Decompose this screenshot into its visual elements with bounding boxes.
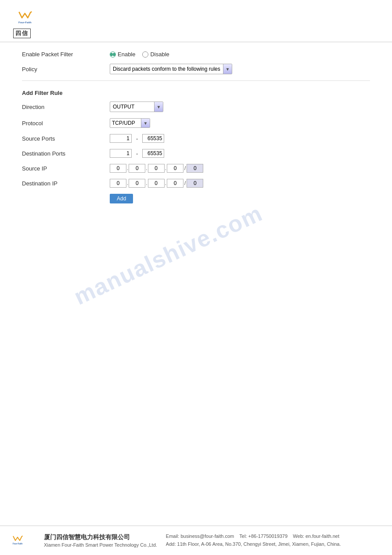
- radio-group: Enable Disable: [110, 51, 169, 58]
- svg-point-0: [31, 11, 32, 13]
- source-ip-octet4[interactable]: [167, 164, 183, 173]
- source-ip-octet3[interactable]: [148, 164, 165, 173]
- destination-ip-octet3[interactable]: [148, 179, 165, 188]
- footer-tel: +86-17750019379: [248, 533, 288, 539]
- policy-select-arrow: ▼: [223, 64, 232, 74]
- svg-text:Four-Faith: Four-Faith: [18, 21, 32, 24]
- protocol-row: Protocol TCP/UDPTCPUDPICMP ▼: [22, 118, 370, 128]
- policy-label: Policy: [22, 66, 110, 73]
- protocol-label: Protocol: [22, 120, 110, 127]
- enable-packet-filter-label: Enable Packet Filter: [22, 51, 110, 58]
- source-ip-slash: /: [183, 165, 187, 171]
- direction-control: OUTPUTINPUTFORWARD ▼: [110, 102, 163, 112]
- policy-row: Policy Discard packets conform to the fo…: [22, 64, 370, 74]
- source-ports-from[interactable]: [110, 134, 132, 143]
- footer-logo: Four-Faith: [9, 532, 35, 549]
- protocol-select[interactable]: TCP/UDPTCPUDPICMP: [110, 119, 141, 127]
- source-ports-to[interactable]: [142, 134, 164, 143]
- footer-web: en.four-faith.net: [306, 533, 339, 539]
- destination-ports-dash: -: [136, 150, 138, 157]
- footer-company-cn: 厦门四信智慧电力科技有限公司: [44, 533, 157, 541]
- destination-ip-control: . . . /: [110, 179, 203, 188]
- source-ports-control: -: [110, 134, 164, 143]
- direction-select-arrow: ▼: [154, 102, 163, 112]
- footer: Four-Faith 厦门四信智慧电力科技有限公司 Xiamen Four-Fa…: [0, 526, 392, 555]
- footer-address: 11th Floor, A-06 Area, No.370, Chengyi S…: [177, 541, 341, 547]
- footer-company-en: Xiamen Four-Faith Smart Power Technology…: [44, 542, 157, 548]
- direction-select[interactable]: OUTPUTINPUTFORWARD: [110, 102, 154, 111]
- add-button[interactable]: Add: [110, 194, 133, 203]
- source-ip-inputs: . . . /: [110, 164, 203, 173]
- add-button-row: Add: [22, 194, 370, 203]
- divider: [22, 80, 370, 81]
- destination-ip-octet4[interactable]: [167, 179, 183, 188]
- source-ports-dash: -: [136, 135, 138, 142]
- source-ip-row: Source IP . . . /: [22, 164, 370, 173]
- source-ip-octet1[interactable]: [110, 164, 126, 173]
- footer-contact: Email: business@four-faith.com Tel: +86-…: [166, 533, 341, 548]
- header: Four-Faith 四信: [0, 0, 392, 42]
- policy-select[interactable]: Discard packets conform to the following…: [110, 65, 223, 73]
- source-ports-label: Source Ports: [22, 135, 110, 142]
- footer-address-line: Add: 11th Floor, A-06 Area, No.370, Chen…: [166, 540, 341, 548]
- destination-ip-slash: /: [183, 180, 187, 186]
- policy-select-wrapper[interactable]: Discard packets conform to the following…: [110, 64, 232, 74]
- source-ports-row: Source Ports -: [22, 134, 370, 143]
- destination-ports-label: Destination Ports: [22, 150, 110, 157]
- disable-radio-label: Disable: [150, 51, 169, 58]
- direction-label: Direction: [22, 104, 110, 110]
- destination-ip-row: Destination IP . . . /: [22, 179, 370, 188]
- disable-radio-circle: [142, 51, 148, 58]
- four-faith-logo: Four-Faith: [13, 8, 48, 28]
- footer-email-line: Email: business@four-faith.com Tel: +86-…: [166, 533, 341, 540]
- svg-text:Four-Faith: Four-Faith: [13, 543, 22, 545]
- destination-ports-control: -: [110, 149, 164, 158]
- destination-ports-to[interactable]: [142, 149, 164, 158]
- destination-ports-from[interactable]: [110, 149, 132, 158]
- main-content: Enable Packet Filter Enable Disable Poli…: [0, 42, 392, 218]
- source-ip-mask[interactable]: [187, 164, 203, 173]
- logo-area: Four-Faith 四信: [13, 8, 379, 38]
- source-ip-label: Source IP: [22, 165, 110, 172]
- svg-point-2: [22, 536, 23, 537]
- add-button-control: Add: [110, 194, 133, 203]
- footer-email-label: Email:: [166, 533, 180, 539]
- source-ip-octet2[interactable]: [129, 164, 145, 173]
- protocol-control: TCP/UDPTCPUDPICMP ▼: [110, 118, 150, 128]
- destination-ip-inputs: . . . /: [110, 179, 203, 188]
- add-filter-rule-title: Add Filter Rule: [22, 90, 370, 96]
- destination-ip-mask[interactable]: [187, 179, 203, 188]
- protocol-select-wrapper[interactable]: TCP/UDPTCPUDPICMP ▼: [110, 118, 150, 128]
- enable-packet-filter-row: Enable Packet Filter Enable Disable: [22, 51, 370, 58]
- enable-radio-circle: [110, 51, 116, 58]
- footer-tel-label: Tel:: [239, 533, 247, 539]
- footer-address-label: Add:: [166, 541, 176, 547]
- destination-ip-octet1[interactable]: [110, 179, 126, 188]
- destination-ports-row: Destination Ports -: [22, 149, 370, 158]
- logo-chinese-text: 四信: [13, 29, 31, 38]
- direction-row: Direction OUTPUTINPUTFORWARD ▼: [22, 102, 370, 112]
- footer-web-label: Web:: [293, 533, 304, 539]
- protocol-select-arrow: ▼: [141, 119, 150, 127]
- policy-control: Discard packets conform to the following…: [110, 64, 232, 74]
- disable-radio-option[interactable]: Disable: [142, 51, 169, 58]
- direction-select-wrapper[interactable]: OUTPUTINPUTFORWARD ▼: [110, 102, 163, 112]
- destination-ip-label: Destination IP: [22, 180, 110, 187]
- enable-radio-option[interactable]: Enable: [110, 51, 135, 58]
- enable-radio-label: Enable: [118, 51, 135, 58]
- destination-ip-octet2[interactable]: [129, 179, 145, 188]
- enable-packet-filter-control: Enable Disable: [110, 51, 169, 58]
- footer-company-block: 厦门四信智慧电力科技有限公司 Xiamen Four-Faith Smart P…: [44, 533, 157, 548]
- footer-email: business@four-faith.com: [180, 533, 234, 539]
- source-ip-control: . . . /: [110, 164, 203, 173]
